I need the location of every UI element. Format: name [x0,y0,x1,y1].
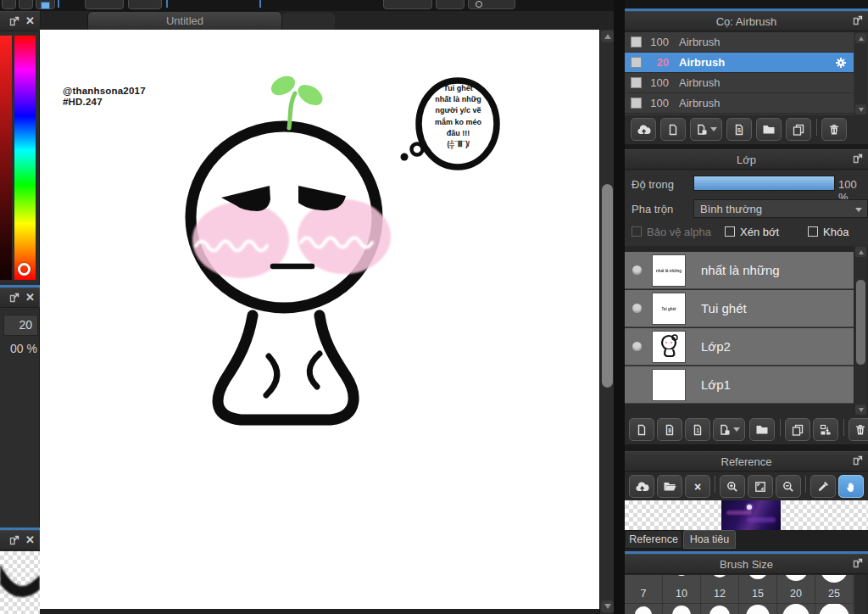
popout-icon[interactable] [853,558,863,568]
brush-size-cell[interactable]: 25 [815,575,854,614]
cloud [747,517,776,522]
close-icon[interactable]: ✕ [25,292,35,304]
grid-tool-button-fragment[interactable] [36,0,55,9]
reference-image[interactable] [721,500,781,530]
add-layer-menu-button[interactable] [713,418,745,441]
cloud-upload-button[interactable] [631,118,656,141]
brush-stroke-preview [0,551,40,614]
cloud-upload-button[interactable] [629,475,654,498]
brush-size-cell[interactable]: 15 [739,575,777,614]
scroll-up-button[interactable] [601,31,614,42]
merge-layer-button[interactable] [813,418,838,441]
layer-row[interactable]: Lớp1 [625,366,854,404]
canvas-vertical-scrollbar[interactable] [599,30,614,614]
layer-thumbnail [652,369,686,401]
toolbar-divider [843,419,844,436]
layer-visible-icon[interactable] [632,304,642,313]
brush-size-cell[interactable]: 12 [701,575,739,614]
blend-mode-dropdown[interactable]: Bình thường [693,199,868,218]
zoom-out-button[interactable] [776,475,801,498]
app-window: ✕ ✕ 20 00 % ✕ [0,0,868,614]
brush-size-cell[interactable]: 20 [777,575,815,614]
layer-list-scrollbar[interactable] [854,246,867,416]
drawing-canvas[interactable]: @thanhsona2017 #HD.247 [40,30,599,609]
protect-alpha-checkbox[interactable] [632,226,642,237]
popout-icon[interactable] [9,535,19,545]
layer-visible-icon[interactable] [632,342,642,351]
lock-checkbox[interactable] [808,226,818,237]
toolbar-divider [715,476,715,493]
popout-icon[interactable] [853,455,863,466]
opacity-slider[interactable] [693,176,835,191]
open-reference-button[interactable] [657,475,682,498]
scroll-up-button[interactable] [855,247,866,257]
layer-row[interactable]: nhất là những nhất là những [625,252,854,289]
document-tab[interactable]: Untitled [87,11,282,30]
color-sv-square[interactable] [0,36,12,280]
chevron-down-icon [855,208,862,212]
brush-size-cell[interactable]: 10 [663,575,701,614]
toolbar-button-fragment[interactable] [19,0,33,9]
add-brush-menu-button[interactable] [690,118,722,141]
brush-size-scrollbar[interactable] [855,575,867,614]
scroll-down-button[interactable] [855,405,866,415]
toolbar-button-fragment[interactable] [2,0,16,9]
close-icon[interactable]: ✕ [25,534,35,546]
scroll-down-button[interactable] [601,600,614,612]
brush-item[interactable]: 100 Airbrush [625,93,854,114]
new-brush-button[interactable] [660,118,686,141]
popout-icon[interactable] [853,15,863,25]
toolbar-button-fragment[interactable] [436,0,465,9]
layer-folder-button[interactable] [749,418,775,441]
popout-icon[interactable] [853,154,863,164]
scrollbar-thumb[interactable] [602,184,613,388]
tab-hoa-tieu[interactable]: Hoa tiêu [683,530,736,549]
toolbar-button-fragment[interactable] [383,0,432,9]
new-layer-button[interactable] [629,418,654,441]
scrollbar-thumb[interactable] [856,280,865,365]
layer-row[interactable]: Tui ghét Tui ghét [625,290,854,327]
clear-reference-button[interactable]: × [685,475,710,498]
script-brush-button[interactable]: S [726,118,752,141]
clipping-checkbox[interactable] [725,226,735,237]
zoom-control-fragment[interactable] [468,0,515,9]
zoom-in-button[interactable] [720,475,745,498]
layer-panel-header: Lớp [625,149,868,170]
document-tab-inactive[interactable] [282,13,335,30]
popout-icon[interactable] [9,293,19,303]
eyedropper-button[interactable] [810,475,836,498]
delete-brush-button[interactable] [821,118,847,141]
layer-row[interactable]: Lớp2 [625,328,854,366]
hue-slider[interactable] [14,36,36,280]
dock-splitter[interactable] [614,0,625,614]
brush-item[interactable]: 100 Airbrush [625,32,854,53]
layer-thumbnail: Tui ghét [652,293,686,325]
scroll-down-button[interactable] [855,104,866,114]
popout-icon[interactable] [9,16,19,26]
reference-image-area[interactable] [625,500,868,530]
new-8bit-layer-button[interactable]: 8 [657,418,682,441]
duplicate-layer-button[interactable] [785,418,810,441]
delete-layer-button[interactable] [849,418,868,441]
hand-tool-button[interactable] [838,475,864,498]
panel-splitter[interactable] [625,444,868,451]
brush-item[interactable]: 100 Airbrush [625,73,854,93]
hue-selector-ring[interactable] [18,263,31,276]
brush-item-selected[interactable]: 20 Airbrush [625,53,854,73]
brush-size-field[interactable]: 20 [3,315,38,336]
toolbar-button-fragment[interactable] [85,0,124,9]
new-1bit-layer-button[interactable]: 1 [685,418,710,441]
close-icon[interactable]: ✕ [25,15,35,27]
brush-size-cell[interactable]: 7 [625,575,663,614]
tab-reference[interactable]: Reference [625,530,682,549]
toolbar-button-fragment[interactable] [128,0,162,9]
brush-list-scrollbar[interactable] [854,32,867,115]
brush-settings-gear-icon[interactable] [835,57,847,69]
triangle-down-icon [604,604,611,609]
brush-name: Airbrush [679,36,720,48]
fit-view-button[interactable] [748,475,773,498]
scroll-up-button[interactable] [855,33,866,43]
layer-visible-icon[interactable] [632,265,642,275]
duplicate-brush-button[interactable] [786,118,811,141]
brush-folder-button[interactable] [756,118,782,141]
